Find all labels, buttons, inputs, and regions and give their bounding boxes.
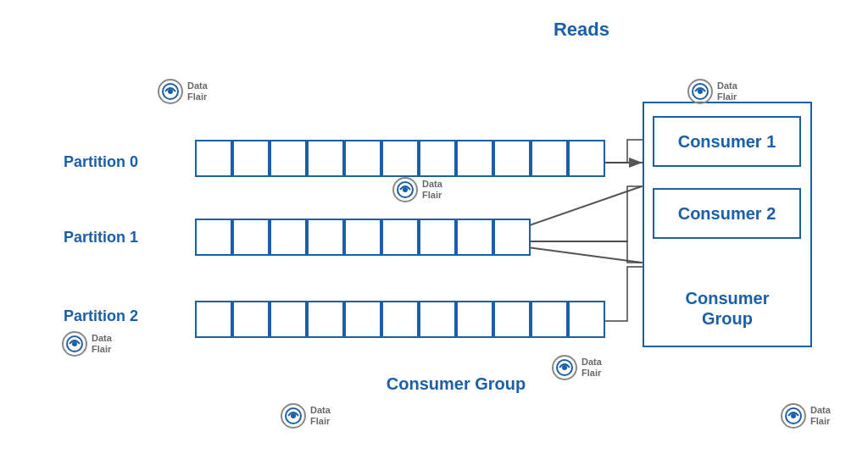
cell <box>456 219 493 256</box>
cell <box>232 301 270 338</box>
cell <box>270 301 307 338</box>
cell <box>344 140 381 177</box>
consumer-group-bottom-label: Consumer Group <box>363 374 549 394</box>
cell <box>419 301 456 338</box>
cell <box>195 140 232 177</box>
dataflair-logo-7: DataFlair <box>780 402 831 429</box>
consumer-2-label: Consumer 2 <box>678 204 776 224</box>
page-container: Reads Partition 0 <box>0 0 868 454</box>
dataflair-logo-3: DataFlair <box>687 78 737 105</box>
consumer-1-label: Consumer 1 <box>678 132 776 152</box>
consumer-1-box: Consumer 1 <box>653 116 801 167</box>
svg-point-24 <box>791 413 796 418</box>
dataflair-text-1: DataFlair <box>187 80 208 102</box>
dataflair-logo-6: DataFlair <box>280 402 331 429</box>
cell <box>493 301 531 338</box>
cell <box>568 301 605 338</box>
cell <box>381 219 419 256</box>
cell <box>232 140 270 177</box>
dataflair-icon-3 <box>687 78 714 105</box>
partition-1-label: Partition 1 <box>64 229 138 246</box>
partition-2-label: Partition 2 <box>64 307 138 325</box>
dataflair-icon-2 <box>392 176 419 203</box>
partition-1-row <box>195 219 531 256</box>
cell <box>456 140 493 177</box>
dataflair-text-5: DataFlair <box>581 357 602 379</box>
svg-point-18 <box>562 365 567 370</box>
cell <box>381 301 419 338</box>
dataflair-icon-6 <box>280 402 307 429</box>
svg-point-9 <box>403 187 408 192</box>
dataflair-icon-1 <box>157 78 184 105</box>
cell <box>419 219 456 256</box>
partition-0-row <box>195 140 605 177</box>
cell <box>344 219 381 256</box>
cell <box>568 140 605 177</box>
consumer-2-box: Consumer 2 <box>653 188 801 239</box>
svg-point-21 <box>291 413 296 418</box>
cell <box>270 219 307 256</box>
cell <box>493 219 531 256</box>
dataflair-logo-4: DataFlair <box>61 330 112 357</box>
cell <box>307 219 344 256</box>
cell <box>195 301 232 338</box>
cell <box>344 301 381 338</box>
dataflair-logo-2: DataFlair <box>392 176 442 203</box>
cell <box>456 301 493 338</box>
dataflair-text-6: DataFlair <box>310 405 331 427</box>
cell <box>270 140 307 177</box>
cell <box>232 219 270 256</box>
dataflair-icon-7 <box>780 402 807 429</box>
dataflair-logo-1: DataFlair <box>157 78 208 105</box>
cell <box>307 140 344 177</box>
cell <box>195 219 232 256</box>
consumer-group-inside-label: ConsumerGroup <box>644 288 810 329</box>
svg-point-12 <box>698 89 703 94</box>
dataflair-logo-5: DataFlair <box>551 354 602 381</box>
partition-0-label: Partition 0 <box>64 153 138 171</box>
cell <box>493 140 531 177</box>
svg-point-6 <box>168 89 173 94</box>
cell <box>307 301 344 338</box>
dataflair-text-7: DataFlair <box>810 405 831 427</box>
dataflair-text-3: DataFlair <box>717 80 737 102</box>
partition-2-row <box>195 301 605 338</box>
consumer-group-box: Consumer 1 Consumer 2 ConsumerGroup <box>643 102 812 347</box>
dataflair-icon-4 <box>61 330 88 357</box>
cell <box>381 140 419 177</box>
cell <box>531 301 568 338</box>
dataflair-text-4: DataFlair <box>92 333 112 355</box>
svg-point-15 <box>72 341 77 346</box>
cell <box>531 140 568 177</box>
reads-title: Reads <box>548 19 615 41</box>
dataflair-text-2: DataFlair <box>422 179 442 201</box>
dataflair-icon-5 <box>551 354 578 381</box>
cell <box>419 140 456 177</box>
